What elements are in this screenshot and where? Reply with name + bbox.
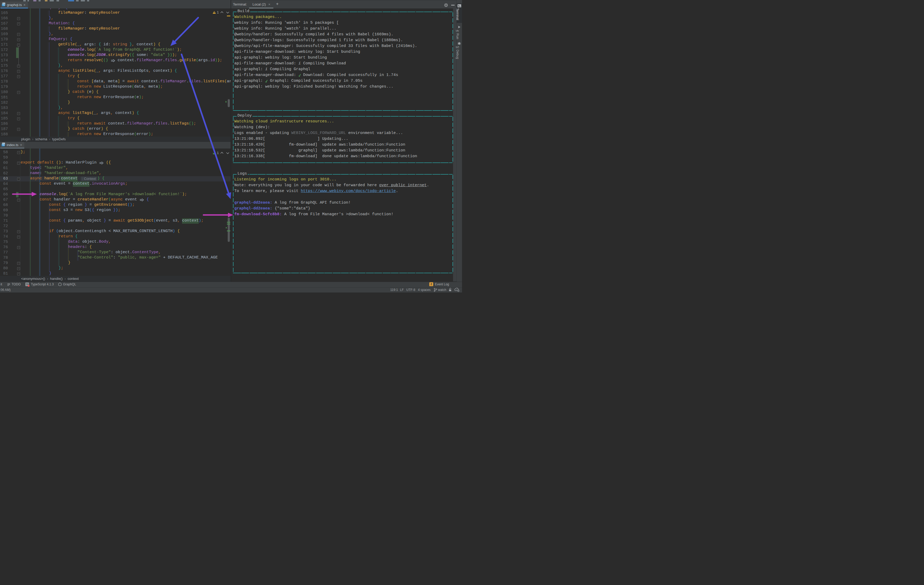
svg-text:?: ? [456,288,457,291]
